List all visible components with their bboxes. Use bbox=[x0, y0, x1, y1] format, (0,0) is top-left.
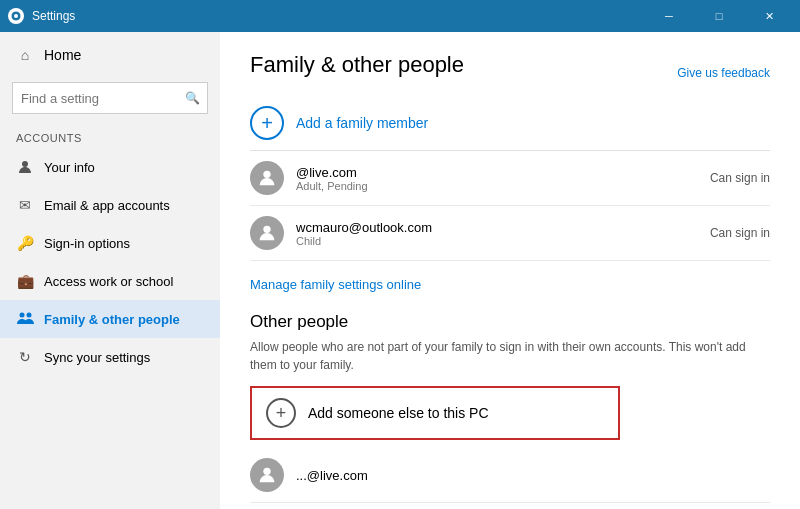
settings-icon bbox=[8, 8, 24, 24]
sidebar-home-label: Home bbox=[44, 47, 81, 63]
add-someone-box[interactable]: + Add someone else to this PC bbox=[250, 386, 620, 440]
sidebar-item-label: Sync your settings bbox=[44, 350, 150, 365]
sidebar-item-work[interactable]: 💼 Access work or school bbox=[0, 262, 220, 300]
member-status-0: Can sign in bbox=[710, 171, 770, 185]
sidebar-item-label: Family & other people bbox=[44, 312, 180, 327]
member-avatar-1 bbox=[250, 216, 284, 250]
svg-point-5 bbox=[263, 171, 270, 178]
sidebar-item-label: Email & app accounts bbox=[44, 198, 170, 213]
other-member-row-0[interactable]: ...@live.com bbox=[250, 448, 770, 503]
svg-point-6 bbox=[263, 226, 270, 233]
member-info-1: wcmauro@outlook.com Child bbox=[296, 220, 698, 247]
maximize-button[interactable]: □ bbox=[696, 0, 742, 32]
other-people-desc: Allow people who are not part of your fa… bbox=[250, 338, 770, 374]
sidebar: ⌂ Home 🔍 Accounts Your info ✉ Email & ap… bbox=[0, 32, 220, 509]
member-email-1: wcmauro@outlook.com bbox=[296, 220, 698, 235]
member-role-0: Adult, Pending bbox=[296, 180, 698, 192]
sidebar-item-email[interactable]: ✉ Email & app accounts bbox=[0, 186, 220, 224]
title-bar-controls: ─ □ ✕ bbox=[646, 0, 792, 32]
feedback-link[interactable]: Give us feedback bbox=[677, 56, 770, 90]
minimize-button[interactable]: ─ bbox=[646, 0, 692, 32]
svg-point-2 bbox=[22, 161, 28, 167]
home-icon: ⌂ bbox=[16, 46, 34, 64]
title-bar-left: Settings bbox=[8, 8, 75, 24]
sidebar-item-family[interactable]: Family & other people bbox=[0, 300, 220, 338]
sidebar-item-home[interactable]: ⌂ Home bbox=[0, 32, 220, 78]
sidebar-item-your-info[interactable]: Your info bbox=[0, 148, 220, 186]
other-people-section: Other people Allow people who are not pa… bbox=[250, 312, 770, 509]
manage-family-link[interactable]: Manage family settings online bbox=[250, 267, 421, 302]
other-member-info-0: ...@live.com bbox=[296, 468, 770, 483]
sync-icon: ↻ bbox=[16, 348, 34, 366]
sidebar-search: 🔍 bbox=[12, 82, 208, 114]
sidebar-item-label: Your info bbox=[44, 160, 95, 175]
briefcase-icon: 💼 bbox=[16, 272, 34, 290]
sidebar-item-label: Sign-in options bbox=[44, 236, 130, 251]
sidebar-item-signin[interactable]: 🔑 Sign-in options bbox=[0, 224, 220, 262]
title-bar: Settings ─ □ ✕ bbox=[0, 0, 800, 32]
accounts-section-label: Accounts bbox=[0, 124, 220, 148]
search-icon: 🔍 bbox=[185, 91, 200, 105]
other-member-row-1[interactable]: wcadmin Local account bbox=[250, 503, 770, 509]
member-status-1: Can sign in bbox=[710, 226, 770, 240]
member-info-0: @live.com Adult, Pending bbox=[296, 165, 698, 192]
add-family-member-label: Add a family member bbox=[296, 115, 428, 131]
add-someone-label: Add someone else to this PC bbox=[308, 405, 489, 421]
member-role-1: Child bbox=[296, 235, 698, 247]
family-list: + Add a family member @live.com Adult, P… bbox=[250, 96, 770, 261]
other-member-avatar-0 bbox=[250, 458, 284, 492]
add-family-member-row[interactable]: + Add a family member bbox=[250, 96, 770, 151]
person-icon bbox=[16, 158, 34, 176]
svg-point-7 bbox=[263, 468, 270, 475]
family-member-row-1[interactable]: wcmauro@outlook.com Child Can sign in bbox=[250, 206, 770, 261]
svg-point-1 bbox=[14, 14, 18, 18]
svg-point-4 bbox=[27, 313, 32, 318]
content-area: Family & other people Give us feedback +… bbox=[220, 32, 800, 509]
title-bar-title: Settings bbox=[32, 9, 75, 23]
sidebar-item-label: Access work or school bbox=[44, 274, 173, 289]
other-member-email-0: ...@live.com bbox=[296, 468, 770, 483]
svg-point-3 bbox=[20, 313, 25, 318]
lock-icon: 🔑 bbox=[16, 234, 34, 252]
email-icon: ✉ bbox=[16, 196, 34, 214]
close-button[interactable]: ✕ bbox=[746, 0, 792, 32]
family-member-row-0[interactable]: @live.com Adult, Pending Can sign in bbox=[250, 151, 770, 206]
member-avatar-0 bbox=[250, 161, 284, 195]
member-email-0: @live.com bbox=[296, 165, 698, 180]
add-someone-plus-icon: + bbox=[266, 398, 296, 428]
sidebar-item-sync[interactable]: ↻ Sync your settings bbox=[0, 338, 220, 376]
people-icon bbox=[16, 310, 34, 328]
other-people-title: Other people bbox=[250, 312, 770, 332]
add-family-plus-icon: + bbox=[250, 106, 284, 140]
page-title: Family & other people bbox=[250, 52, 464, 78]
app-body: ⌂ Home 🔍 Accounts Your info ✉ Email & ap… bbox=[0, 32, 800, 509]
search-input[interactable] bbox=[12, 82, 208, 114]
